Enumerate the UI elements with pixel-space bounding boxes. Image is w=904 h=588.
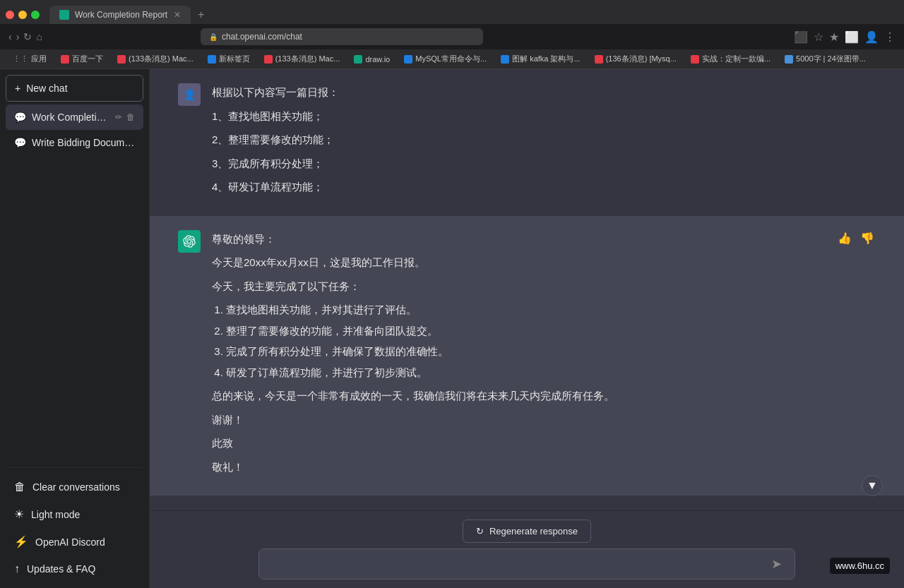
- profile-icon[interactable]: 👤: [864, 30, 879, 44]
- drawio-icon: [354, 55, 362, 64]
- user-msg-line-5: 4、研发订单流程功能；: [212, 178, 876, 196]
- chat-item-work-completion[interactable]: 💬 Work Completion Rep ✏ 🗑: [6, 104, 143, 130]
- send-button[interactable]: ➤: [767, 555, 786, 573]
- reload-button[interactable]: ↻: [23, 31, 32, 42]
- url-bar[interactable]: 🔒 chat.openai.com/chat: [201, 28, 483, 45]
- tab-favicon: [59, 10, 69, 20]
- edit-chat-icon[interactable]: ✏: [115, 112, 122, 122]
- new-tab-button[interactable]: +: [194, 7, 208, 23]
- bookmark-shizan[interactable]: 实战：定制一款编...: [686, 52, 775, 66]
- light-mode-button[interactable]: ☀ Light mode: [6, 500, 143, 528]
- baidu-icon: [61, 55, 69, 64]
- assistant-avatar: [178, 230, 201, 253]
- task-item-4: 研发了订单流程功能，并进行了初步测试。: [226, 364, 836, 382]
- forward-button[interactable]: ›: [16, 31, 20, 42]
- url-text: chat.openai.com/chat: [222, 32, 302, 42]
- menu-icon[interactable]: ⋮: [884, 30, 896, 44]
- close-window-btn[interactable]: [6, 11, 14, 19]
- assistant-message-text: 尊敬的领导： 今天是20xx年xx月xx日，这是我的工作日报。 今天，我主要完成…: [212, 230, 836, 482]
- extensions-icon[interactable]: ⬛: [794, 30, 808, 44]
- cloud-icon: [785, 55, 793, 64]
- user-msg-line-1: 根据以下内容写一篇日报：: [212, 83, 876, 102]
- bookmark-5000-label: 5000字 | 24张图带...: [796, 54, 866, 64]
- tab-bar: Work Completion Report ✕ +: [0, 0, 904, 24]
- user-msg-line-4: 3、完成所有积分处理；: [212, 155, 876, 173]
- bookmark-mac1-label: (133条消息) Mac...: [129, 54, 194, 64]
- light-mode-label: Light mode: [31, 509, 80, 520]
- scroll-down-button[interactable]: ▼: [862, 475, 883, 496]
- new-chat-button[interactable]: + New chat: [6, 75, 143, 102]
- back-button[interactable]: ‹: [8, 31, 12, 42]
- chat-list: 💬 Work Completion Rep ✏ 🗑 💬 Write Biddin…: [6, 104, 143, 467]
- split-view-icon[interactable]: ⬜: [845, 30, 859, 44]
- user-msg-line-2: 1、查找地图相关功能；: [212, 107, 876, 126]
- star-icon[interactable]: ★: [829, 30, 839, 44]
- bookmark-mysql2[interactable]: (136条消息) [Mysq...: [590, 52, 681, 66]
- chevron-down-icon: ▼: [867, 479, 878, 492]
- delete-chat-icon[interactable]: 🗑: [126, 112, 135, 122]
- close-tab-btn[interactable]: ✕: [174, 10, 181, 20]
- chat-item-bidding[interactable]: 💬 Write Bidding Document: [6, 130, 143, 155]
- user-avatar-icon: 👤: [184, 89, 196, 100]
- bookmark-apps-label: 应用: [31, 54, 47, 64]
- task-item-1: 查找地图相关功能，并对其进行了评估。: [226, 301, 836, 319]
- chat-bubble-icon: 💬: [14, 112, 26, 123]
- discord-button[interactable]: ⚡ OpenAI Discord: [6, 528, 143, 556]
- clear-conversations-button[interactable]: 🗑 Clear conversations: [6, 474, 143, 500]
- chat-bubble-icon-2: 💬: [14, 137, 26, 148]
- thumbs-down-button[interactable]: 👎: [859, 230, 876, 246]
- assistant-thanks: 谢谢！: [212, 411, 836, 429]
- bookmark-kafka[interactable]: 图解 kafka 架构与...: [496, 52, 585, 66]
- chat-input[interactable]: [268, 556, 761, 573]
- bookmark-mysql[interactable]: MySQL常用命令与...: [400, 52, 491, 66]
- newtab-icon: [208, 55, 216, 64]
- user-message: 👤 根据以下内容写一篇日报： 1、查找地图相关功能； 2、整理需要修改的功能； …: [150, 69, 904, 216]
- browser-chrome: Work Completion Report ✕ + ‹ › ↻ ⌂ 🔒 cha…: [0, 0, 904, 69]
- bookmark-drawio[interactable]: draw.io: [350, 52, 394, 66]
- message-actions: 👍 👎: [836, 230, 876, 246]
- minimize-window-btn[interactable]: [18, 11, 27, 19]
- watermark: www.6hu.cc: [830, 558, 890, 574]
- bookmark-baidu-label: 百度一下: [72, 54, 103, 64]
- chat-messages: 👤 根据以下内容写一篇日报： 1、查找地图相关功能； 2、整理需要修改的功能； …: [150, 69, 904, 510]
- updates-faq-button[interactable]: ↑ Updates & FAQ: [6, 556, 143, 582]
- bookmark-mac1[interactable]: (133条消息) Mac...: [113, 52, 198, 66]
- discord-icon: ⚡: [14, 535, 28, 548]
- active-tab[interactable]: Work Completion Report ✕: [49, 6, 191, 24]
- chat-item-bidding-label: Write Bidding Document: [32, 137, 135, 148]
- bookmark-icon[interactable]: ☆: [814, 30, 823, 44]
- address-bar: ‹ › ↻ ⌂ 🔒 chat.openai.com/chat ⬛ ☆ ★ ⬜ 👤…: [0, 24, 904, 49]
- apps-icon: ⋮⋮: [13, 54, 28, 64]
- bookmark-5000[interactable]: 5000字 | 24张图带...: [780, 52, 870, 66]
- assistant-task-list: 查找地图相关功能，并对其进行了评估。 整理了需要修改的功能，并准备向团队提交。 …: [212, 301, 836, 381]
- clear-conversations-label: Clear conversations: [32, 481, 120, 493]
- regenerate-label: Regenerate response: [489, 526, 578, 536]
- bookmark-mysql2-label: (136条消息) [Mysq...: [606, 54, 677, 64]
- task-item-3: 完成了所有积分处理，并确保了数据的准确性。: [226, 342, 836, 361]
- main-content: 👤 根据以下内容写一篇日报： 1、查找地图相关功能； 2、整理需要修改的功能； …: [150, 69, 904, 588]
- shizan-icon: [691, 55, 699, 64]
- user-message-content: 根据以下内容写一篇日报： 1、查找地图相关功能； 2、整理需要修改的功能； 3、…: [212, 83, 876, 202]
- bookmark-newtab[interactable]: 新标签页: [203, 52, 254, 66]
- bookmark-mac2[interactable]: (133条消息) Mac...: [260, 52, 345, 66]
- assistant-closing2: 敬礼！: [212, 458, 836, 476]
- mac1-icon: [117, 55, 126, 64]
- assistant-closing1: 此致: [212, 434, 836, 452]
- regenerate-icon: ↻: [476, 526, 484, 536]
- user-msg-line-3: 2、整理需要修改的功能；: [212, 131, 876, 149]
- bookmark-mac2-label: (133条消息) Mac...: [275, 54, 340, 64]
- assistant-summary: 总的来说，今天是一个非常有成效的一天，我确信我们将在未来几天内完成所有任务。: [212, 387, 836, 405]
- regenerate-response-button[interactable]: ↻ Regenerate response: [463, 520, 591, 543]
- bookmark-baidu[interactable]: 百度一下: [56, 52, 107, 66]
- maximize-window-btn[interactable]: [31, 11, 40, 19]
- task-item-2: 整理了需要修改的功能，并准备向团队提交。: [226, 322, 836, 340]
- lock-icon: 🔒: [209, 33, 218, 41]
- thumbs-up-button[interactable]: 👍: [836, 230, 853, 246]
- bottom-bar: ↻ Regenerate response ➤: [150, 510, 904, 588]
- assistant-intro: 今天，我主要完成了以下任务：: [212, 277, 836, 296]
- browser-toolbar-right: ⬛ ☆ ★ ⬜ 👤 ⋮: [794, 30, 896, 44]
- sidebar: + New chat 💬 Work Completion Rep ✏ 🗑 💬 W…: [0, 69, 150, 588]
- app: + New chat 💬 Work Completion Rep ✏ 🗑 💬 W…: [0, 69, 904, 588]
- home-button[interactable]: ⌂: [36, 31, 42, 42]
- bookmark-apps[interactable]: ⋮⋮ 应用: [8, 52, 51, 66]
